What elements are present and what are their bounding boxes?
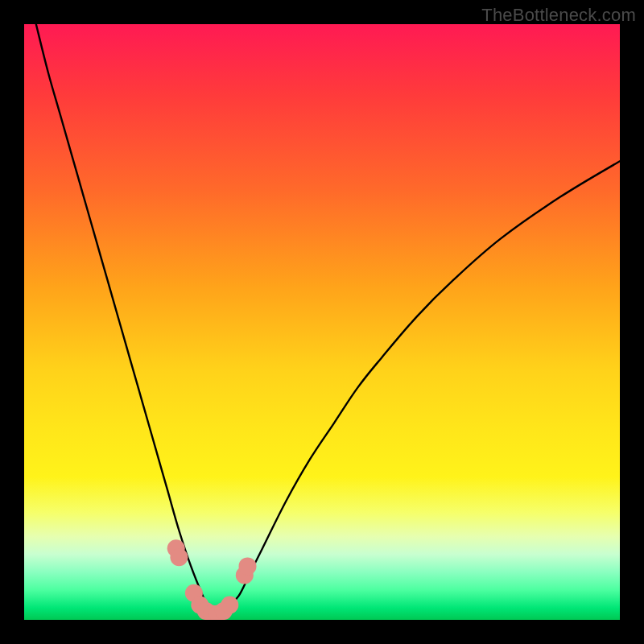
highlight-point xyxy=(221,597,238,614)
curve-svg xyxy=(24,24,620,620)
bottleneck-curve xyxy=(36,24,620,615)
highlight-point xyxy=(239,557,257,575)
chart-frame: TheBottleneck.com xyxy=(0,0,644,644)
attribution-text: TheBottleneck.com xyxy=(481,5,636,26)
highlight-point xyxy=(170,548,188,566)
plot-area xyxy=(24,24,620,620)
